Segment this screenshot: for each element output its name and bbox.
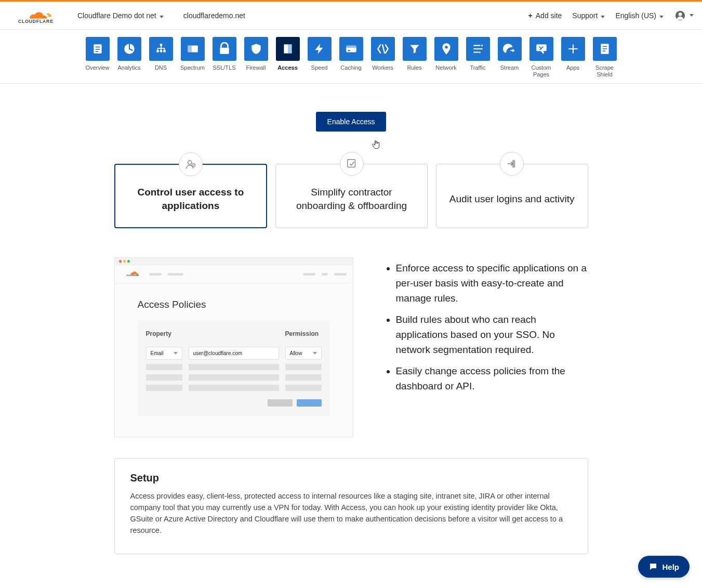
nav-tile-stream[interactable]: Stream (496, 37, 524, 78)
svg-rect-4 (95, 47, 100, 48)
feature-bullets: Enforce access to specific applications … (385, 257, 588, 437)
scrape-shield-icon (593, 37, 617, 61)
nav-tile-label: Rules (407, 64, 421, 78)
nav-tile-caching[interactable]: Caching (337, 37, 365, 78)
svg-rect-10 (160, 50, 162, 52)
main-content: Enable Access Control user access to app… (114, 84, 588, 585)
dns-icon (149, 37, 173, 61)
nav-tile-label: Caching (340, 64, 361, 78)
svg-rect-11 (163, 50, 165, 52)
nav-tile-spectrum[interactable]: Spectrum (179, 37, 207, 78)
svg-rect-21 (473, 45, 480, 46)
nav-tile-label: Speed (311, 64, 328, 78)
nav-tile-label: DNS (155, 64, 167, 78)
mockup-title: Access Policies (138, 299, 330, 310)
svg-rect-18 (346, 46, 356, 48)
feature-title: Audit user logins and activity (449, 192, 575, 206)
svg-rect-23 (473, 51, 479, 53)
nav-tile-apps[interactable]: Apps (559, 37, 587, 78)
cloudflare-logo-icon: CLOUDFLARE (121, 269, 143, 279)
svg-text:CLOUDFLARE: CLOUDFLARE (126, 275, 139, 277)
setup-title: Setup (130, 472, 572, 484)
nav-tiles: OverviewAnalyticsDNSSpectrumSSL/TLSFirew… (0, 30, 702, 84)
svg-point-24 (481, 45, 482, 46)
nav-tile-label: Firewall (246, 64, 266, 78)
nav-tile-firewall[interactable]: Firewall (242, 37, 270, 78)
feature-control-access[interactable]: Control user access to applications (114, 164, 268, 228)
enable-access-button[interactable]: Enable Access (316, 112, 387, 132)
nav-tile-workers[interactable]: Workers (369, 37, 397, 78)
nav-tile-label: Overview (86, 64, 110, 78)
feature-title: Control user access to applications (127, 186, 255, 213)
checkbox-icon (340, 152, 364, 176)
plus-icon: + (528, 11, 533, 20)
speed-icon (308, 37, 332, 61)
svg-point-2 (679, 12, 682, 16)
workers-icon (371, 37, 395, 61)
cloudflare-logo[interactable]: CLOUDFLARE (8, 7, 58, 24)
svg-rect-5 (95, 49, 100, 50)
feature-contractor-onboarding[interactable]: Simplify contractor onboarding & offboar… (275, 164, 428, 228)
nav-tile-traffic[interactable]: Traffic (464, 37, 492, 78)
svg-rect-16 (288, 44, 292, 53)
account-selector[interactable]: Cloudflare Demo dot net (72, 8, 169, 23)
nav-tile-network[interactable]: Network (432, 37, 460, 78)
language-menu[interactable]: English (US) (610, 8, 669, 23)
nav-tile-label: Analytics (117, 64, 140, 78)
access-icon (276, 37, 300, 61)
domain-name[interactable]: cloudflaredemo.net (178, 8, 250, 23)
add-site-button[interactable]: + Add site (523, 8, 567, 23)
svg-point-25 (479, 51, 480, 53)
support-menu[interactable]: Support (567, 8, 610, 23)
nav-tile-custom-pages[interactable]: CustomPages (527, 37, 555, 78)
svg-rect-29 (602, 46, 607, 47)
cloudflare-logo-icon: CLOUDFLARE (8, 7, 58, 24)
nav-tile-speed[interactable]: Speed (306, 37, 334, 78)
nav-tile-label: Stream (500, 64, 519, 78)
spectrum-icon (181, 37, 205, 61)
overview-icon (86, 37, 110, 61)
caret-down-icon (160, 16, 164, 18)
nav-tile-ssl-tls[interactable]: SSL/TLS (210, 37, 239, 78)
caret-down-icon (601, 16, 605, 18)
ssl-tls-icon (213, 37, 236, 61)
bullet-item: Easily change access policies from the d… (396, 363, 588, 394)
nav-tile-label: SSL/TLS (213, 64, 235, 78)
nav-tile-label: Workers (372, 64, 393, 78)
caret-down-icon (690, 14, 694, 17)
nav-tile-label: ScrapeShield (595, 64, 614, 78)
svg-rect-13 (188, 46, 192, 53)
login-icon (500, 152, 524, 176)
nav-tile-scrape-shield[interactable]: ScrapeShield (591, 37, 619, 78)
setup-card: Setup Access provides easy, client-less,… (114, 458, 588, 554)
svg-rect-19 (348, 50, 350, 51)
bullet-item: Enforce access to specific applications … (396, 260, 588, 306)
nav-tile-label: Traffic (470, 64, 486, 78)
svg-rect-27 (572, 44, 573, 53)
analytics-icon (117, 37, 141, 61)
svg-point-20 (445, 46, 447, 48)
account-name: Cloudflare Demo dot net (77, 11, 156, 20)
nav-tile-dns[interactable]: DNS (147, 37, 175, 78)
nav-tile-analytics[interactable]: Analytics (115, 37, 143, 78)
svg-rect-31 (602, 50, 605, 51)
user-menu[interactable] (675, 10, 694, 21)
caching-icon (339, 37, 363, 61)
bullet-item: Build rules about who can reach applicat… (396, 312, 588, 357)
nav-tile-rules[interactable]: Rules (401, 37, 429, 78)
feature-row: Control user access to applications Simp… (114, 164, 588, 228)
help-button[interactable]: Help (638, 556, 690, 578)
apps-icon (561, 37, 585, 61)
nav-tile-access[interactable]: Access (274, 37, 302, 78)
nav-tile-overview[interactable]: Overview (84, 37, 112, 78)
cursor-hand-icon (372, 140, 382, 151)
caret-down-icon (659, 16, 664, 18)
svg-rect-6 (95, 51, 98, 52)
svg-rect-14 (220, 48, 229, 54)
feature-audit-logins[interactable]: Audit user logins and activity (436, 164, 588, 228)
svg-rect-22 (473, 48, 482, 49)
svg-rect-34 (347, 160, 355, 167)
explainer-row: CLOUDFLARE Access Policies Property Perm… (114, 257, 588, 437)
network-icon (434, 37, 458, 61)
svg-rect-9 (156, 50, 158, 52)
